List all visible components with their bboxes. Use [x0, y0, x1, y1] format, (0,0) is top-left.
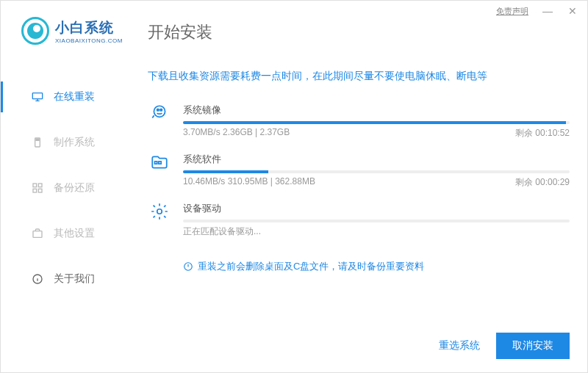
task-name: 设备驱动: [183, 202, 570, 215]
task-row: 系统镜像 3.70MB/s 2.36GB | 2.37GB 剩余 00:10:5…: [148, 104, 570, 140]
svg-rect-13: [155, 162, 157, 164]
sidebar-item-label: 关于我们: [54, 272, 95, 286]
disclaimer-link[interactable]: 免责声明: [496, 6, 528, 17]
gear-icon: [148, 202, 171, 238]
svg-rect-6: [33, 189, 37, 192]
svg-rect-4: [33, 184, 37, 187]
sidebar-item-label: 备份还原: [54, 181, 95, 195]
svg-rect-7: [38, 189, 42, 192]
task-remaining: 剩余 00:10:52: [515, 127, 570, 140]
svg-rect-5: [38, 184, 42, 187]
task-speed: 10.46MB/s 310.95MB | 362.88MB: [183, 176, 315, 189]
svg-rect-14: [159, 162, 161, 164]
svg-point-11: [157, 109, 159, 111]
app-logo: 小白系统 XIAOBAIXITONG.COM: [21, 17, 123, 45]
svg-point-12: [160, 109, 162, 111]
logo-icon: [21, 17, 49, 45]
sidebar-item-reinstall[interactable]: 在线重装: [1, 82, 126, 112]
alert-icon: [183, 261, 193, 272]
progress-bar: [183, 220, 570, 222]
task-list: 系统镜像 3.70MB/s 2.36GB | 2.37GB 剩余 00:10:5…: [148, 104, 570, 238]
svg-rect-0: [32, 93, 42, 99]
minimize-icon[interactable]: —: [542, 5, 553, 17]
reselect-button[interactable]: 重选系统: [439, 339, 480, 352]
software-icon: [148, 153, 171, 189]
task-row: 系统软件 10.46MB/s 310.95MB | 362.88MB 剩余 00…: [148, 153, 570, 189]
logo-subtitle: XIAOBAIXITONG.COM: [55, 37, 123, 44]
progress-bar: [183, 121, 570, 124]
sidebar-item-label: 在线重装: [54, 90, 95, 104]
monitor-icon: [32, 91, 43, 103]
task-status: 正在匹配设备驱动...: [183, 225, 570, 238]
sidebar-item-make[interactable]: 制作系统: [1, 127, 126, 158]
svg-point-10: [154, 106, 165, 117]
info-icon: [32, 273, 43, 285]
logo-title: 小白系统: [55, 18, 123, 37]
warning-message: 重装之前会删除桌面及C盘文件，请及时备份重要资料: [183, 260, 570, 273]
task-name: 系统镜像: [183, 104, 570, 117]
svg-rect-2: [36, 139, 37, 140]
sidebar: 在线重装 制作系统 备份还原 其他设置 关于我们: [1, 82, 126, 309]
sidebar-item-backup[interactable]: 备份还原: [1, 173, 126, 203]
svg-rect-3: [38, 139, 39, 140]
page-title: 开始安装: [148, 21, 570, 43]
close-icon[interactable]: ✕: [567, 5, 578, 17]
sidebar-item-settings[interactable]: 其他设置: [1, 218, 126, 249]
sidebar-item-label: 制作系统: [54, 136, 95, 149]
svg-rect-8: [33, 231, 42, 238]
grid-icon: [32, 182, 43, 194]
sidebar-item-label: 其他设置: [54, 227, 95, 240]
notice-text: 下载且收集资源需要耗费一点时间，在此期间尽量不要使电脑休眠、断电等: [148, 70, 570, 83]
warning-text: 重装之前会删除桌面及C盘文件，请及时备份重要资料: [198, 260, 424, 273]
svg-point-15: [157, 209, 162, 214]
briefcase-icon: [32, 228, 43, 239]
sidebar-item-about[interactable]: 关于我们: [1, 264, 126, 294]
cancel-button[interactable]: 取消安装: [496, 333, 570, 359]
progress-bar: [183, 170, 570, 173]
task-remaining: 剩余 00:00:29: [515, 176, 570, 189]
task-name: 系统软件: [183, 153, 570, 166]
task-row: 设备驱动 正在匹配设备驱动...: [148, 202, 570, 238]
task-speed: 3.70MB/s 2.36GB | 2.37GB: [183, 127, 290, 140]
usb-icon: [32, 137, 43, 148]
image-icon: [148, 104, 171, 140]
